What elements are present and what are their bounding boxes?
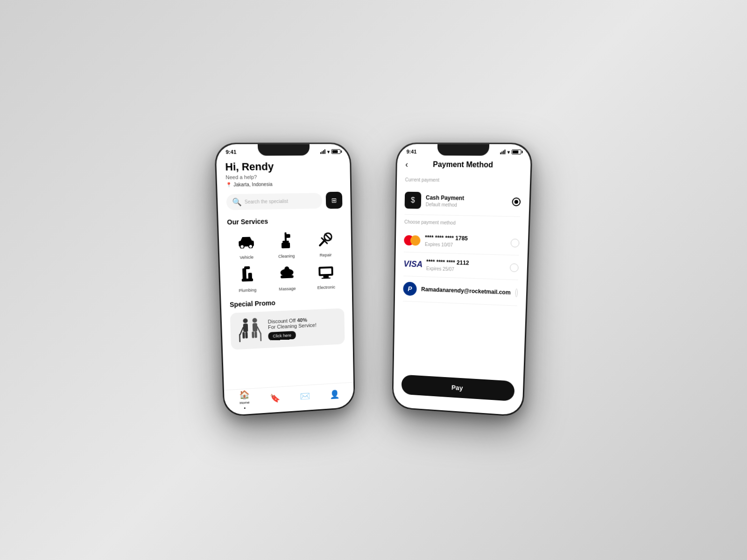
service-item-electronic[interactable]: Electronic (308, 260, 344, 290)
profile-nav-icon: 👤 (330, 389, 339, 399)
service-item-plumbing[interactable]: Plumbing (228, 263, 266, 293)
vehicle-label: Vehicle (240, 255, 254, 260)
svg-rect-26 (245, 332, 247, 338)
payment-header: ‹ Payment Method (405, 156, 522, 174)
battery-icon-right (512, 149, 521, 154)
paypal-option[interactable]: P Ramadanarendy@rocketmail.com (403, 276, 518, 306)
cash-name: Cash Payment (426, 194, 507, 202)
filter-button[interactable]: ⊞ (326, 192, 343, 209)
search-icon: 🔍 (232, 197, 242, 206)
status-icons-left: ▾ (320, 149, 341, 154)
greeting-section: Hi, Rendy Need a help? 📍 Jakarta, Indone… (225, 160, 342, 188)
time-right: 9:41 (407, 149, 417, 154)
svg-rect-25 (242, 332, 245, 338)
repair-label: Repair (320, 252, 332, 258)
current-payment-label: Current payment (405, 177, 521, 184)
plumbing-label: Plumbing (239, 287, 256, 293)
svg-point-3 (248, 245, 252, 248)
svg-line-33 (257, 327, 261, 334)
home-screen-content: Hi, Rendy Need a help? 📍 Jakarta, Indone… (216, 156, 354, 406)
svg-rect-6 (282, 243, 290, 249)
svg-rect-17 (281, 275, 294, 279)
massage-icon (275, 262, 298, 285)
visa-info: **** **** **** 2112 Expires 25/07 (426, 259, 506, 273)
plumbing-icon (235, 263, 259, 287)
svg-rect-20 (321, 268, 332, 274)
mastercard-option[interactable]: **** **** **** 1785 Expires 10/07 (404, 228, 520, 256)
cash-radio-selected (512, 197, 521, 206)
paypal-email: Ramadanarendy@rocketmail.com (421, 286, 511, 296)
nav-home[interactable]: 🏠 Home (239, 389, 250, 411)
cash-icon: $ (405, 192, 422, 209)
phone-home: 9:41 ▾ Hi, Rendy Need a help? (214, 142, 355, 417)
svg-point-23 (243, 318, 247, 323)
phone-payment: 9:41 ▾ ‹ Payment Method Current (392, 142, 533, 417)
greeting-sub: Need a help? (226, 173, 342, 180)
svg-rect-12 (242, 268, 247, 280)
svg-rect-5 (282, 241, 289, 243)
filter-icon: ⊞ (331, 196, 337, 204)
svg-rect-22 (322, 278, 331, 279)
nav-bookmark[interactable]: 🔖 (270, 392, 280, 403)
visa-radio (510, 263, 519, 272)
repair-icon (314, 228, 337, 251)
paypal-info: Ramadanarendy@rocketmail.com (421, 286, 511, 296)
services-title: Our Services (227, 216, 343, 226)
svg-rect-31 (252, 331, 254, 338)
cash-info: Cash Payment Default method (426, 194, 507, 208)
paypal-radio (515, 288, 518, 297)
svg-rect-30 (253, 323, 258, 331)
promo-image (236, 317, 265, 344)
services-grid: Vehicle Cleaning Repair (227, 228, 344, 294)
choose-payment-label: Choose payment method (404, 219, 520, 227)
svg-rect-15 (244, 266, 250, 269)
svg-line-10 (325, 234, 331, 239)
visa-icon: VISA (403, 259, 422, 269)
location-text: Jakarta, Indonesia (233, 182, 273, 187)
status-icons-right: ▾ (500, 149, 521, 155)
cash-payment-option[interactable]: $ Cash Payment Default method (404, 186, 521, 217)
search-placeholder: Search the specialist (245, 198, 289, 204)
notch-right (437, 144, 489, 156)
service-item-cleaning[interactable]: Cleaning (268, 229, 304, 259)
nav-message[interactable]: ✉️ (300, 391, 310, 401)
phones-container: 9:41 ▾ Hi, Rendy Need a help? (219, 145, 528, 415)
service-item-vehicle[interactable]: Vehicle (227, 230, 265, 260)
mastercard-radio (511, 238, 520, 247)
promo-text: Discount Off 40% For Cleaning Service! C… (268, 315, 339, 340)
phone-payment-inner: 9:41 ▾ ‹ Payment Method Current (393, 144, 531, 415)
svg-rect-21 (324, 276, 329, 278)
svg-point-29 (252, 318, 257, 322)
svg-point-2 (240, 245, 244, 248)
bookmark-nav-icon: 🔖 (270, 392, 280, 403)
paypal-icon: P (403, 282, 416, 296)
signal-icon (320, 149, 325, 154)
phone-home-inner: 9:41 ▾ Hi, Rendy Need a help? (216, 144, 354, 415)
mastercard-icon (404, 235, 420, 245)
nav-profile[interactable]: 👤 (330, 389, 339, 399)
location-pin-icon: 📍 (226, 182, 232, 188)
promo-click-button[interactable]: Click here (268, 331, 296, 341)
svg-rect-14 (241, 279, 253, 282)
promo-card[interactable]: Discount Off 40% For Cleaning Service! C… (230, 308, 345, 350)
mastercard-expiry: Expires 10/07 (425, 242, 506, 249)
search-bar[interactable]: 🔍 Search the specialist (226, 193, 322, 210)
cleaning-icon (275, 229, 297, 252)
service-item-massage[interactable]: Massage (269, 262, 305, 292)
payment-screen-title: Payment Method (433, 160, 493, 169)
back-button[interactable]: ‹ (405, 160, 408, 169)
battery-icon (331, 149, 341, 154)
search-row: 🔍 Search the specialist ⊞ (226, 192, 342, 211)
wifi-icon-right: ▾ (507, 149, 510, 154)
svg-rect-7 (286, 234, 290, 238)
wifi-icon: ▾ (327, 149, 330, 154)
vehicle-icon (234, 230, 258, 253)
dollar-icon: $ (411, 196, 415, 204)
service-item-repair[interactable]: Repair (308, 228, 344, 258)
message-nav-icon: ✉️ (300, 391, 310, 401)
svg-marker-1 (240, 237, 252, 241)
cash-sub: Default method (426, 202, 507, 208)
svg-rect-32 (254, 331, 257, 338)
notch-left (258, 144, 310, 156)
visa-option[interactable]: VISA **** **** **** 2112 Expires 25/07 (403, 252, 519, 280)
